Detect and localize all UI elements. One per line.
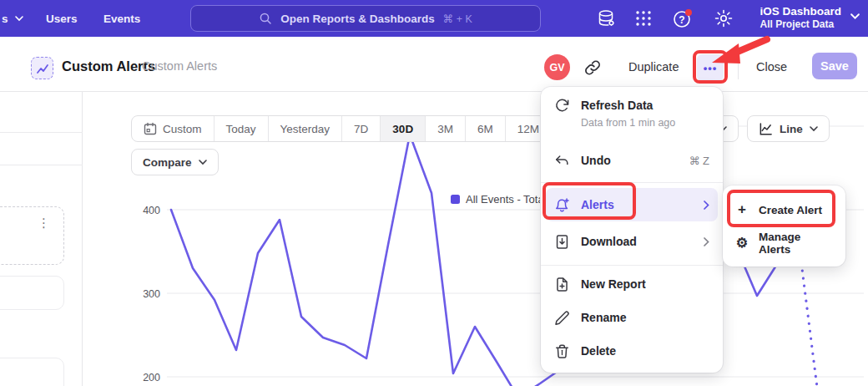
data-management-icon[interactable] bbox=[597, 8, 617, 28]
range-today[interactable]: Today bbox=[214, 116, 269, 141]
refresh-subtitle: Data from 1 min ago bbox=[581, 117, 675, 129]
notification-dot bbox=[685, 9, 692, 16]
menu-item-new-report[interactable]: New Report bbox=[541, 268, 723, 300]
svg-text:?: ? bbox=[679, 14, 684, 26]
menu-item-undo[interactable]: Undo ⌘ Z bbox=[541, 145, 723, 175]
menu-divider bbox=[541, 265, 723, 266]
refresh-label: Refresh Data bbox=[581, 99, 709, 112]
delete-label: Delete bbox=[581, 344, 709, 358]
sidebar-report-card[interactable] bbox=[0, 276, 64, 310]
report-header: Custom Alerts Custom Alerts GV Duplicate… bbox=[0, 37, 868, 92]
range-3m[interactable]: 3M bbox=[426, 116, 466, 141]
chevron-down-icon bbox=[15, 16, 23, 22]
new-report-label: New Report bbox=[581, 277, 709, 291]
chart-type-label: Line bbox=[780, 123, 803, 135]
sidebar-report-card[interactable]: ⋮ bbox=[0, 206, 64, 265]
line-chart-glyph bbox=[38, 65, 48, 73]
range-30d[interactable]: 30D bbox=[381, 116, 426, 141]
app-root: s Users Events Open Reports & Dashboards… bbox=[0, 0, 868, 386]
chevron-down-icon bbox=[199, 160, 207, 165]
y-axis-tick: 400 bbox=[143, 205, 160, 216]
download-icon bbox=[554, 234, 570, 250]
range-6m[interactable]: 6M bbox=[466, 116, 506, 141]
duplicate-button[interactable]: Duplicate bbox=[628, 60, 679, 74]
settings-gear-icon[interactable] bbox=[714, 8, 734, 28]
legend-label: All Events - Total bbox=[466, 193, 547, 206]
menu-item-download[interactable]: Download bbox=[541, 225, 723, 258]
gear-icon: ⚙ bbox=[736, 236, 748, 251]
project-chevron-down-icon bbox=[850, 13, 860, 20]
new-report-icon bbox=[554, 277, 570, 292]
y-axis-tick: 300 bbox=[143, 288, 160, 300]
chevron-right-icon bbox=[704, 237, 709, 246]
rename-pencil-icon bbox=[554, 310, 570, 326]
chart-type-button[interactable]: Line bbox=[747, 115, 830, 142]
search-placeholder: Open Reports & Dashboards bbox=[280, 13, 435, 25]
sidebar-divider bbox=[0, 132, 83, 133]
menu-item-alerts[interactable]: Alerts bbox=[546, 188, 718, 221]
line-chart-type-icon bbox=[759, 122, 773, 136]
manage-alerts-label: Manage Alerts bbox=[759, 231, 834, 256]
submenu-item-create-alert[interactable]: + Create Alert bbox=[723, 194, 845, 226]
events-label: Events bbox=[103, 13, 140, 25]
chevron-right-icon bbox=[704, 201, 709, 210]
compare-label: Compare bbox=[143, 156, 192, 169]
submenu-item-manage-alerts[interactable]: ⚙ Manage Alerts bbox=[723, 227, 845, 259]
alerts-label: Alerts bbox=[581, 198, 693, 211]
undo-icon bbox=[554, 153, 570, 169]
search-icon bbox=[259, 12, 272, 25]
alerts-submenu: + Create Alert ⚙ Manage Alerts bbox=[723, 185, 845, 267]
more-options-menu: Refresh Data Data from 1 min ago Undo ⌘ … bbox=[541, 87, 723, 373]
header-divider bbox=[738, 56, 739, 79]
chart-line-projected bbox=[800, 256, 822, 386]
top-nav: s Users Events Open Reports & Dashboards… bbox=[0, 0, 868, 37]
delete-trash-icon bbox=[554, 343, 570, 359]
date-range-control: CustomTodayYesterday7D30D3M6M12M bbox=[131, 115, 552, 142]
left-sidebar: ⋮ bbox=[0, 92, 83, 386]
nav-item-cutoff[interactable]: s bbox=[2, 0, 23, 37]
more-options-button[interactable]: ••• bbox=[697, 54, 724, 81]
nav-item-users[interactable]: Users bbox=[46, 0, 78, 37]
nav-item-events[interactable]: Events bbox=[103, 0, 140, 37]
download-label: Download bbox=[581, 235, 693, 248]
chart-legend: All Events - Total bbox=[451, 193, 547, 206]
menu-item-delete[interactable]: Delete bbox=[541, 335, 723, 367]
save-button[interactable]: Save bbox=[812, 53, 857, 79]
sidebar-report-card[interactable] bbox=[0, 358, 64, 386]
nav-cutoff-label: s bbox=[2, 13, 8, 25]
plus-icon: + bbox=[738, 202, 746, 217]
save-label: Save bbox=[820, 59, 849, 73]
refresh-icon bbox=[554, 98, 570, 114]
search-shortcut: ⌘ + K bbox=[443, 13, 472, 25]
sidebar-divider bbox=[0, 165, 83, 165]
menu-item-refresh-data[interactable]: Refresh Data bbox=[541, 94, 723, 117]
copy-link-icon[interactable] bbox=[583, 58, 602, 77]
compare-button[interactable]: Compare bbox=[131, 149, 219, 175]
project-switcher[interactable]: iOS Dashboard All Project Data bbox=[760, 4, 841, 30]
apps-grid-icon[interactable] bbox=[633, 8, 654, 28]
menu-item-rename[interactable]: Rename bbox=[541, 302, 723, 333]
avatar[interactable]: GV bbox=[544, 54, 570, 80]
project-title: iOS Dashboard bbox=[760, 4, 841, 18]
kebab-menu-icon[interactable]: ⋮ bbox=[38, 217, 50, 229]
calendar-icon bbox=[144, 122, 157, 135]
undo-label: Undo bbox=[581, 154, 678, 167]
create-alert-label: Create Alert bbox=[759, 204, 822, 216]
chevron-down-icon bbox=[810, 126, 818, 132]
avatar-initials: GV bbox=[549, 62, 564, 74]
breadcrumb: Custom Alerts bbox=[142, 59, 217, 73]
range-custom[interactable]: Custom bbox=[132, 116, 214, 141]
range-yesterday[interactable]: Yesterday bbox=[269, 116, 343, 141]
rename-label: Rename bbox=[581, 311, 709, 324]
y-axis-tick: 200 bbox=[143, 372, 160, 383]
report-type-icon bbox=[31, 57, 53, 79]
menu-divider bbox=[541, 182, 723, 183]
undo-shortcut: ⌘ Z bbox=[689, 155, 709, 167]
project-subtitle: All Project Data bbox=[760, 18, 841, 30]
global-search-input[interactable]: Open Reports & Dashboards ⌘ + K bbox=[190, 5, 541, 32]
users-label: Users bbox=[46, 13, 78, 25]
legend-swatch bbox=[451, 195, 460, 204]
range-7d[interactable]: 7D bbox=[342, 116, 381, 141]
close-button[interactable]: Close bbox=[756, 60, 787, 74]
help-icon[interactable]: ? bbox=[673, 8, 693, 28]
